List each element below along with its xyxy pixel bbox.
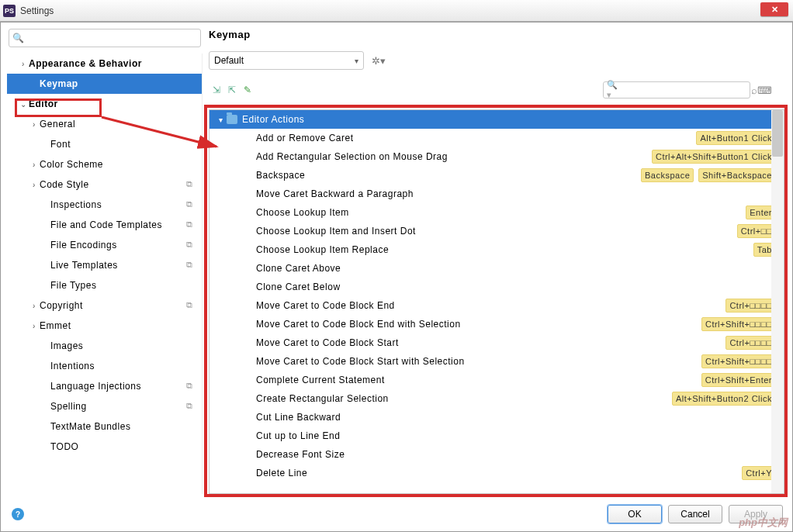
shortcut-badge: Shift+Backspace [698, 168, 776, 182]
settings-tree[interactable]: ›Appearance & BehaviorKeymap⌄Editor›Gene… [7, 54, 203, 494]
action-row[interactable]: Choose Lookup Item and Insert DotCtrl+□□ [210, 222, 784, 240]
action-row[interactable]: Delete LineCtrl+Y [210, 464, 784, 482]
cancel-button[interactable]: Cancel [668, 505, 722, 523]
action-name: Add or Remove Caret [256, 133, 696, 143]
sidebar-item-label: TextMate Bundles [50, 421, 197, 432]
sidebar-item-general[interactable]: ›General [7, 114, 202, 134]
help-button[interactable]: ? [12, 508, 24, 520]
action-row[interactable]: Move Caret to Code Block StartCtrl+□□□□ [210, 333, 784, 352]
action-name: Add Rectangular Selection on Mouse Drag [256, 151, 652, 162]
sidebar-item-file-encodings[interactable]: File Encodings⧉ [7, 235, 202, 255]
sidebar-item-label: Emmet [40, 320, 197, 331]
action-row[interactable]: Add or Remove CaretAlt+Button1 Click [210, 129, 784, 147]
gear-icon[interactable]: ✲▾ [372, 55, 386, 67]
find-by-shortcut-icon[interactable]: ⌕⌨ [751, 85, 772, 96]
scope-icon: ⧉ [186, 260, 197, 271]
expand-all-icon[interactable]: ⇲ [209, 85, 224, 95]
ok-button[interactable]: OK [608, 505, 662, 523]
sidebar-item-file-and-code-templates[interactable]: File and Code Templates⧉ [7, 215, 202, 235]
sidebar-item-font[interactable]: Font [7, 134, 202, 154]
close-button[interactable]: ✕ [760, 2, 788, 16]
sidebar-item-label: File Encodings [50, 240, 186, 250]
sidebar-item-label: Appearance & Behavior [29, 58, 197, 69]
action-row[interactable]: Clone Caret Below [210, 278, 784, 296]
action-tree[interactable]: ▾ Editor Actions Add or Remove CaretAlt+… [209, 109, 784, 494]
sidebar-item-code-style[interactable]: ›Code Style⧉ [7, 174, 202, 195]
watermark: php中文网 [739, 516, 788, 530]
scrollbar-thumb[interactable] [772, 110, 783, 157]
scrollbar[interactable] [771, 110, 784, 493]
action-search[interactable]: 🔍▾ [603, 81, 750, 98]
group-label: Editor Actions [242, 114, 304, 125]
sidebar-item-label: General [40, 119, 197, 130]
collapse-all-icon[interactable]: ⇱ [224, 85, 240, 95]
sidebar-item-file-types[interactable]: File Types [7, 275, 202, 295]
chevron-icon: › [29, 161, 40, 169]
action-row[interactable]: Move Caret to Code Block End with Select… [210, 315, 784, 333]
sidebar-item-textmate-bundles[interactable]: TextMate Bundles [7, 416, 202, 437]
action-name: Decrease Font Size [256, 449, 776, 460]
shortcut-badge: Backspace [641, 168, 694, 182]
sidebar-item-emmet[interactable]: ›Emmet [7, 316, 202, 336]
action-name: Choose Lookup Item and Insert Dot [256, 226, 737, 237]
app-icon: PS [3, 5, 16, 17]
action-row[interactable]: Create Rectangular SelectionAlt+Shift+Bu… [210, 389, 784, 408]
action-row[interactable]: BackspaceBackspaceShift+Backspace [210, 166, 784, 185]
sidebar-item-images[interactable]: Images [7, 336, 202, 356]
sidebar-item-label: Inspections [50, 199, 186, 210]
action-row[interactable]: Cut up to Line End [210, 427, 784, 445]
chevron-down-icon: ▾ [216, 116, 227, 124]
scope-icon: ⧉ [186, 219, 197, 230]
action-row[interactable]: Clone Caret Above [210, 259, 784, 278]
group-editor-actions[interactable]: ▾ Editor Actions [210, 110, 784, 129]
action-row[interactable]: Decrease Font Size [210, 445, 784, 464]
folder-icon [227, 115, 237, 124]
chevron-icon: › [29, 322, 40, 330]
window-title: Settings [20, 5, 54, 16]
sidebar-item-language-injections[interactable]: Language Injections⧉ [7, 376, 202, 396]
sidebar-item-live-templates[interactable]: Live Templates⧉ [7, 255, 202, 275]
chevron-icon: › [29, 181, 40, 189]
action-row[interactable]: Choose Lookup ItemEnter [210, 203, 784, 222]
sidebar-item-label: File Types [50, 280, 197, 291]
scope-icon: ⧉ [186, 381, 197, 392]
action-row[interactable]: Add Rectangular Selection on Mouse DragC… [210, 147, 784, 166]
action-name: Clone Caret Above [256, 263, 776, 274]
edit-icon[interactable]: ✎ [240, 85, 255, 95]
action-row[interactable]: Move Caret Backward a Paragraph [210, 185, 784, 203]
shortcut-badge: Ctrl+Shift+□□□□ [701, 317, 776, 331]
sidebar-item-color-scheme[interactable]: ›Color Scheme [7, 154, 202, 174]
page-title: Keymap [209, 29, 784, 40]
sidebar-item-keymap[interactable]: Keymap [7, 74, 202, 94]
sidebar-item-todo[interactable]: TODO [7, 437, 202, 457]
sidebar-item-intentions[interactable]: Intentions [7, 356, 202, 376]
content-panel: Keymap Default ▾ ✲▾ ⇲ ⇱ ✎ 🔍▾ ⌕⌨ ▾ Editor… [209, 29, 784, 494]
action-name: Create Rectangular Selection [256, 393, 672, 404]
action-name: Backspace [256, 170, 641, 181]
action-name: Cut Line Backward [256, 412, 776, 423]
client-area: 🔍 ›Appearance & BehaviorKeymap⌄Editor›Ge… [0, 22, 793, 532]
shortcut-badge: Ctrl+□□□□ [725, 299, 776, 313]
action-search-input[interactable] [623, 85, 746, 95]
action-row[interactable]: Move Caret to Code Block Start with Sele… [210, 352, 784, 371]
action-row[interactable]: Move Caret to Code Block EndCtrl+□□□□ [210, 296, 784, 315]
sidebar-item-copyright[interactable]: ›Copyright⧉ [7, 295, 202, 316]
action-row[interactable]: Cut Line Backward [210, 408, 784, 427]
shortcut-badge: Ctrl+Shift+□□□□ [701, 354, 776, 368]
shortcut-badge: Ctrl+Alt+Shift+Button1 Click [652, 150, 776, 164]
action-row[interactable]: Complete Current StatementCtrl+Shift+Ent… [210, 371, 784, 389]
chevron-icon: ⌄ [18, 100, 29, 109]
shortcut-badge: Ctrl+□□□□ [725, 336, 776, 350]
keymap-scheme-select[interactable]: Default ▾ [209, 51, 364, 70]
sidebar-item-spelling[interactable]: Spelling⧉ [7, 396, 202, 416]
sidebar-item-editor[interactable]: ⌄Editor [7, 94, 202, 114]
action-row[interactable]: Choose Lookup Item ReplaceTab [210, 240, 784, 259]
search-icon: 🔍▾ [607, 80, 621, 100]
search-input[interactable] [26, 33, 197, 43]
sidebar-item-inspections[interactable]: Inspections⧉ [7, 195, 202, 215]
scheme-value: Default [214, 55, 244, 66]
sidebar-item-appearance-behavior[interactable]: ›Appearance & Behavior [7, 54, 202, 74]
scope-icon: ⧉ [186, 179, 197, 190]
shortcut-badge: Ctrl+Shift+Enter [701, 373, 776, 387]
sidebar-search[interactable]: 🔍 [9, 29, 201, 47]
